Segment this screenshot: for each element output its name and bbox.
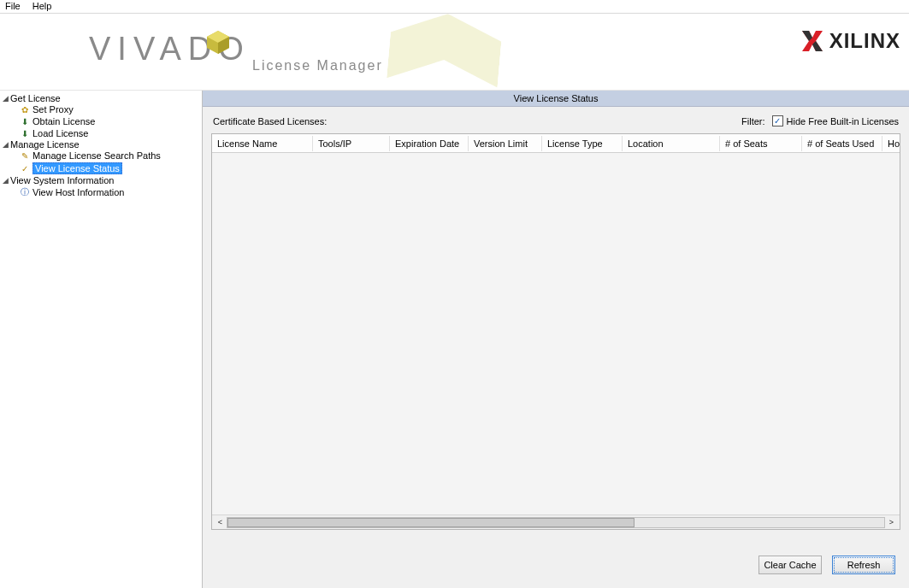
col-seats[interactable]: # of Seats [720, 136, 802, 151]
tree-section-get-license[interactable]: ◢ Get License [0, 93, 202, 103]
filter-row: Certificate Based Licenses: Filter: ✓ Hi… [211, 115, 900, 133]
vivado-cube-icon [205, 29, 231, 55]
table-body-empty [212, 153, 900, 514]
col-license-name[interactable]: License Name [212, 136, 313, 151]
decorative-shape [386, 9, 503, 96]
clear-cache-button[interactable]: Clear Cache [758, 556, 822, 574]
horizontal-scrollbar[interactable]: < > [212, 514, 900, 529]
tree-item-obtain-license[interactable]: ⬇ Obtain License [0, 115, 202, 127]
tree-section-view-sys-info[interactable]: ◢ View System Information [0, 175, 202, 185]
checkbox-label: Hide Free Built-in Licenses [787, 116, 899, 126]
col-tools-ip[interactable]: Tools/IP [313, 136, 390, 151]
col-host[interactable]: Hos [882, 136, 900, 151]
col-license-type[interactable]: License Type [542, 136, 623, 151]
tree-section-label: Manage License [10, 139, 80, 150]
cert-licenses-label: Certificate Based Licenses: [213, 116, 327, 126]
license-manager-title: License Manager [252, 58, 383, 74]
sidebar-tree: ◢ Get License ✿ Set Proxy ⬇ Obtain Licen… [0, 91, 203, 588]
license-table: License Name Tools/IP Expiration Date Ve… [211, 133, 900, 530]
scroll-left-icon[interactable]: < [214, 516, 227, 529]
refresh-button[interactable]: Refresh [832, 556, 895, 574]
col-expiration[interactable]: Expiration Date [390, 136, 469, 151]
check-icon: ✓ [19, 164, 31, 173]
xilinx-x-icon [800, 29, 824, 53]
expand-icon[interactable]: ◢ [1, 140, 9, 149]
scroll-right-icon[interactable]: > [885, 516, 898, 529]
banner: VIVADO License Manager XILINX [0, 14, 909, 91]
xilinx-text: XILINX [829, 29, 900, 53]
tree-item-load-license[interactable]: ⬇ Load License [0, 127, 202, 139]
menu-bar: File Help [0, 0, 909, 14]
main-area: ◢ Get License ✿ Set Proxy ⬇ Obtain Licen… [0, 91, 909, 588]
tree-section-label: View System Information [10, 175, 114, 185]
scroll-thumb[interactable] [227, 518, 635, 527]
tree-item-manage-search-paths[interactable]: ✎ Manage License Search Paths [0, 150, 202, 162]
tree-item-set-proxy[interactable]: ✿ Set Proxy [0, 103, 202, 115]
checkbox-icon: ✓ [772, 115, 783, 126]
tree-section-label: Get License [10, 93, 61, 103]
table-header-row: License Name Tools/IP Expiration Date Ve… [212, 134, 900, 153]
download-icon: ⬇ [19, 117, 31, 126]
content-title: View License Status [203, 91, 909, 107]
filter-label: Filter: [741, 116, 765, 126]
gear-icon: ✿ [19, 105, 31, 115]
menu-help[interactable]: Help [32, 1, 52, 11]
hide-free-checkbox[interactable]: ✓ Hide Free Built-in Licenses [772, 115, 899, 126]
tree-section-manage-license[interactable]: ◢ Manage License [0, 139, 202, 150]
info-icon: ⓘ [19, 186, 31, 198]
content-panel: View License Status Certificate Based Li… [203, 91, 909, 588]
col-version-limit[interactable]: Version Limit [469, 136, 542, 151]
load-icon: ⬇ [19, 129, 31, 138]
expand-icon[interactable]: ◢ [1, 176, 9, 185]
col-location[interactable]: Location [623, 136, 720, 151]
menu-file[interactable]: File [5, 1, 21, 11]
col-seats-used[interactable]: # of Seats Used [802, 136, 882, 151]
content-body: Certificate Based Licenses: Filter: ✓ Hi… [203, 107, 909, 588]
filter-controls: Filter: ✓ Hide Free Built-in Licenses [741, 115, 899, 126]
edit-icon: ✎ [19, 151, 31, 161]
scroll-track[interactable] [227, 517, 885, 528]
expand-icon[interactable]: ◢ [1, 94, 9, 103]
button-row: Clear Cache Refresh [211, 530, 900, 578]
tree-item-view-license-status[interactable]: ✓ View License Status [0, 162, 202, 175]
tree-item-view-host-info[interactable]: ⓘ View Host Information [0, 185, 202, 199]
xilinx-logo: XILINX [800, 29, 900, 53]
